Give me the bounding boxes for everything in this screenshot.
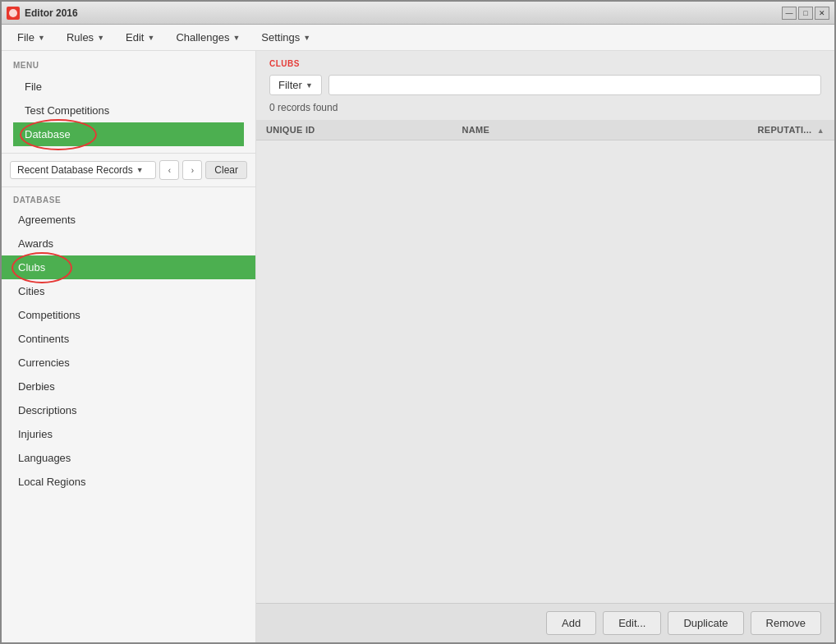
menu-arrow-icon: ▼ <box>303 34 310 42</box>
col-reputation[interactable]: REPUTATI... ▲ <box>587 120 834 140</box>
remove-button[interactable]: Remove <box>751 611 821 635</box>
sidebar: MENU File Test Competitions Database Rec… <box>2 51 256 642</box>
content-header: CLUBS Filter ▼ 0 records found <box>256 51 834 120</box>
db-item-continents[interactable]: Continents <box>2 327 255 351</box>
menu-item-file[interactable]: File▼ <box>8 27 54 48</box>
table-header-row: UNIQUE ID NAME REPUTATI... ▲ <box>256 120 834 140</box>
menu-section-label: MENU <box>13 61 244 70</box>
sidebar-item-test-competitions[interactable]: Test Competitions <box>13 99 244 122</box>
db-item-cities[interactable]: Cities <box>2 279 255 303</box>
menu-item-edit[interactable]: Edit▼ <box>117 27 163 48</box>
db-item-local-regions[interactable]: Local Regions <box>2 470 255 494</box>
menu-arrow-icon: ▼ <box>147 34 154 42</box>
db-item-descriptions[interactable]: Descriptions <box>2 398 255 422</box>
content-section-label: CLUBS <box>269 59 821 68</box>
app-icon <box>7 7 20 20</box>
recent-records-bar: Recent Database Records ▼ ‹ › Clear <box>2 153 255 187</box>
add-button[interactable]: Add <box>546 611 596 635</box>
nav-next-button[interactable]: › <box>182 160 202 180</box>
window-controls: — □ ✕ <box>782 7 829 20</box>
col-name[interactable]: NAME <box>452 120 587 140</box>
main-layout: MENU File Test Competitions Database Rec… <box>2 51 834 642</box>
data-table: UNIQUE ID NAME REPUTATI... ▲ <box>256 120 834 140</box>
db-item-agreements[interactable]: Agreements <box>2 208 255 232</box>
menu-arrow-icon: ▼ <box>232 34 240 42</box>
content-area: CLUBS Filter ▼ 0 records found UNIQUE <box>256 51 834 642</box>
database-section-label: DATABASE <box>2 187 255 208</box>
db-item-derbies[interactable]: Derbies <box>2 375 255 398</box>
col-unique-id[interactable]: UNIQUE ID <box>256 120 452 140</box>
records-found: 0 records found <box>269 102 821 113</box>
menu-arrow-icon: ▼ <box>38 34 45 42</box>
clear-button[interactable]: Clear <box>205 161 247 179</box>
dropdown-arrow-icon: ▼ <box>136 166 144 174</box>
sidebar-item-file[interactable]: File <box>13 75 244 99</box>
maximize-button[interactable]: □ <box>798 7 813 20</box>
filter-input[interactable] <box>328 75 821 95</box>
menu-arrow-icon: ▼ <box>97 34 104 42</box>
menu-item-rules[interactable]: Rules▼ <box>57 27 113 48</box>
duplicate-button[interactable]: Duplicate <box>668 611 743 635</box>
window-title: Editor 2016 <box>25 7 78 19</box>
sort-asc-icon: ▲ <box>817 126 825 135</box>
database-items-list: Agreements Awards Clubs Cities Competiti… <box>2 208 255 642</box>
db-item-languages[interactable]: Languages <box>2 446 255 470</box>
sidebar-top: MENU File Test Competitions Database <box>2 51 255 153</box>
minimize-button[interactable]: — <box>782 7 797 20</box>
svg-point-0 <box>9 9 17 17</box>
menu-item-settings[interactable]: Settings▼ <box>252 27 319 48</box>
filter-dropdown[interactable]: Filter ▼ <box>269 75 322 95</box>
edit-button[interactable]: Edit... <box>603 611 661 635</box>
action-bar: Add Edit... Duplicate Remove <box>256 603 834 642</box>
menu-bar: File▼Rules▼Edit▼Challenges▼Settings▼ <box>2 25 834 51</box>
title-bar-left: Editor 2016 <box>7 7 78 20</box>
db-item-awards[interactable]: Awards <box>2 232 255 255</box>
filter-arrow-icon: ▼ <box>305 81 313 90</box>
db-item-clubs[interactable]: Clubs <box>2 255 255 279</box>
filter-row: Filter ▼ <box>269 75 821 95</box>
close-button[interactable]: ✕ <box>815 7 829 20</box>
main-window: Editor 2016 — □ ✕ File▼Rules▼Edit▼Challe… <box>0 0 836 644</box>
menu-item-challenges[interactable]: Challenges▼ <box>167 27 249 48</box>
db-item-competitions[interactable]: Competitions <box>2 303 255 327</box>
db-item-currencies[interactable]: Currencies <box>2 351 255 375</box>
recent-records-dropdown[interactable]: Recent Database Records ▼ <box>10 161 156 179</box>
nav-prev-button[interactable]: ‹ <box>159 160 179 180</box>
table-container: UNIQUE ID NAME REPUTATI... ▲ <box>256 120 834 603</box>
app-icon-svg <box>8 8 18 18</box>
sidebar-item-database[interactable]: Database <box>13 122 244 146</box>
title-bar: Editor 2016 — □ ✕ <box>2 2 834 25</box>
db-item-injuries[interactable]: Injuries <box>2 422 255 446</box>
table-header: UNIQUE ID NAME REPUTATI... ▲ <box>256 120 834 140</box>
